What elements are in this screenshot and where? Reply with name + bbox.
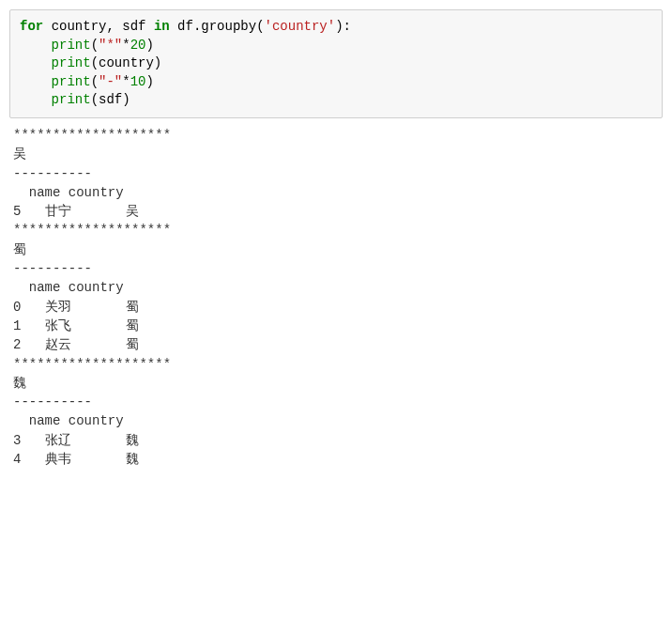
keyword-in: in — [154, 19, 170, 34]
print3-str: "-" — [99, 74, 122, 89]
method-groupby: groupby — [201, 19, 256, 34]
print3: print — [52, 74, 91, 89]
print1: print — [52, 38, 91, 53]
code-cell: for country, sdf in df.groupby('country'… — [9, 9, 663, 118]
print4: print — [52, 92, 91, 107]
print1-str: "*" — [99, 38, 122, 53]
var-df: df — [177, 19, 193, 34]
print3-num: 10 — [130, 74, 146, 89]
print1-op: * — [122, 38, 130, 53]
comma: , — [106, 19, 114, 34]
output-cell: ******************** 吴 ---------- name c… — [9, 126, 663, 469]
print2-arg: country — [99, 55, 154, 70]
keyword-for: for — [20, 19, 43, 34]
print2: print — [52, 55, 91, 70]
str-country: 'country' — [265, 19, 336, 34]
var-sdf: sdf — [122, 19, 145, 34]
rparen-colon: ): — [335, 19, 351, 34]
print4-arg: sdf — [99, 92, 122, 107]
print1-num: 20 — [130, 38, 146, 53]
print3-op: * — [122, 74, 130, 89]
var-country: country — [52, 19, 107, 34]
